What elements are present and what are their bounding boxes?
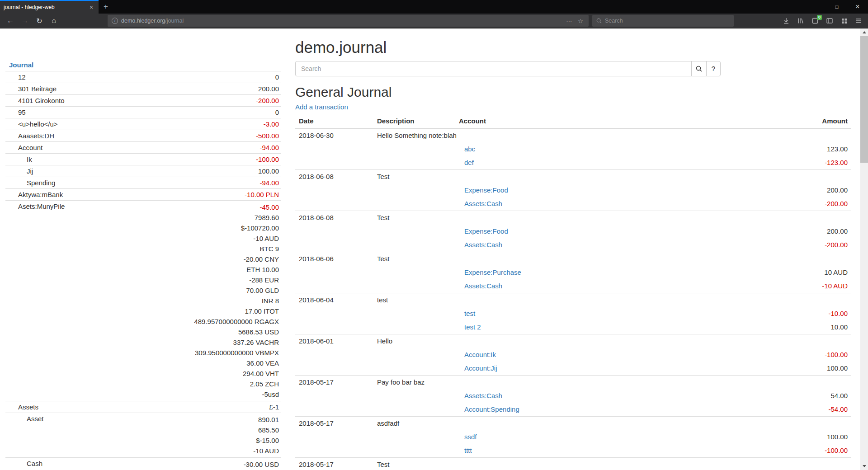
minimize-button[interactable]: ─ xyxy=(806,0,826,14)
sidebar-account-row: 950 xyxy=(5,107,281,118)
sidebar-account-link[interactable]: Jij xyxy=(27,167,33,175)
sidebar-toggle-button[interactable] xyxy=(824,15,835,27)
sidebar-amount: 309.950000000000 VBMPX xyxy=(119,348,279,358)
downloads-button[interactable] xyxy=(780,15,792,27)
posting-account-link[interactable]: tttt xyxy=(464,446,472,454)
search-input[interactable] xyxy=(295,61,692,76)
scroll-down-button[interactable] xyxy=(860,462,868,470)
posting-account-link[interactable]: Expense:Purchase xyxy=(464,268,521,276)
transaction-row: 2018-05-17asdfadf xyxy=(295,416,851,430)
posting-account-link[interactable]: def xyxy=(464,159,474,166)
posting-account-link[interactable]: Expense:Food xyxy=(464,227,508,235)
sidebar-amount: -30.00 USD xyxy=(119,459,279,470)
site-info-icon[interactable]: i xyxy=(112,18,118,24)
transaction-description: Test xyxy=(373,457,851,470)
posting-account-link[interactable]: abc xyxy=(464,145,475,153)
arrow-up-icon xyxy=(863,31,866,33)
library-icon xyxy=(797,18,804,24)
url-bar[interactable]: i demo.hledger.org/journal ⋯ ☆ xyxy=(108,15,589,27)
browser-toolbar: ← → ↻ ⌂ i demo.hledger.org/journal ⋯ ☆ S… xyxy=(0,14,868,28)
download-icon xyxy=(783,18,789,24)
posting-account-link[interactable]: Assets:Cash xyxy=(464,392,502,400)
posting-account-link[interactable]: Account:Jij xyxy=(464,364,497,372)
sidebar-icon xyxy=(826,18,833,24)
transaction-description: Hello xyxy=(373,334,851,348)
sidebar-account-link[interactable]: Cash xyxy=(27,460,42,467)
journal-header-row: Date Description Account Amount xyxy=(295,114,851,128)
tab-bar: journal - hledger-web × + ─ □ × xyxy=(0,0,868,14)
apps-button[interactable] xyxy=(838,15,850,27)
sidebar-account-link[interactable]: Account xyxy=(18,144,42,151)
window-close-button[interactable]: × xyxy=(847,0,868,14)
journal-search-form: ? xyxy=(295,61,721,76)
sidebar-amount: -10.00 PLN xyxy=(119,190,279,199)
posting-account-link[interactable]: test 2 xyxy=(464,323,481,331)
posting-amount: 200.00 xyxy=(716,183,851,197)
transaction-description: Test xyxy=(373,252,851,266)
posting-account-link[interactable]: Assets:Cash xyxy=(464,241,502,249)
posting-account-link[interactable]: Assets:Cash xyxy=(464,282,502,290)
transaction-row: 2018-06-01Hello xyxy=(295,334,851,348)
sidebar-account-link[interactable]: Aaasets:DH xyxy=(18,132,54,140)
section-heading: General Journal xyxy=(295,85,851,99)
page-scrollbar[interactable] xyxy=(860,28,868,470)
sidebar-amount: 0 xyxy=(119,108,279,117)
journal-table: Date Description Account Amount 2018-06-… xyxy=(295,114,851,470)
posting-account-link[interactable]: Assets:Cash xyxy=(464,200,502,207)
sidebar-account-link[interactable]: Aktywa:mBank xyxy=(18,191,63,198)
menu-button[interactable] xyxy=(853,15,864,27)
sidebar-account-link[interactable]: 95 xyxy=(18,108,26,116)
forward-button[interactable]: → xyxy=(18,15,32,27)
search-submit-button[interactable] xyxy=(691,61,707,76)
add-transaction-link[interactable]: Add a transaction xyxy=(295,103,348,111)
sidebar-account-link[interactable]: Asets:MunyPile xyxy=(18,202,65,210)
posting-account-link[interactable]: Account:Spending xyxy=(464,405,519,413)
posting-row: ssdf100.00 xyxy=(295,430,851,444)
posting-account-link[interactable]: Expense:Food xyxy=(464,186,508,194)
transaction-row: 2018-05-17Pay foo bar baz xyxy=(295,375,851,389)
transaction-date: 2018-05-17 xyxy=(295,416,373,430)
posting-account-link[interactable]: test xyxy=(464,310,475,317)
new-tab-button[interactable]: + xyxy=(99,0,113,14)
reload-button[interactable]: ↻ xyxy=(33,15,46,27)
page-actions-icon[interactable]: ⋯ xyxy=(565,18,573,24)
library-button[interactable] xyxy=(795,15,807,27)
sidebar-account-link[interactable]: 4101 Girokonto xyxy=(18,97,65,104)
sidebar-account-link[interactable]: Asset xyxy=(27,415,44,423)
sidebar-account-link[interactable]: 301 Beiträge xyxy=(18,85,57,93)
posting-amount: -10 AUD xyxy=(716,279,851,293)
help-button[interactable]: ? xyxy=(706,61,721,76)
scrollbar-thumb[interactable] xyxy=(860,36,868,163)
posting-account-link[interactable]: Account:Ik xyxy=(464,351,496,358)
sidebar-account-row: Aktywa:mBank-10.00 PLN xyxy=(5,189,281,201)
maximize-button[interactable]: □ xyxy=(826,0,847,14)
sidebar-amount: 70.00 GLD xyxy=(119,285,279,296)
posting-row: Assets:Cash54.00 xyxy=(295,389,851,403)
main-content: demo.journal ? General Journal Add a tra… xyxy=(295,28,851,470)
bookmark-star-icon[interactable]: ☆ xyxy=(576,18,585,24)
sidebar-account-link[interactable]: Ik xyxy=(27,155,32,163)
sidebar-journal-link[interactable]: Journal xyxy=(9,61,33,69)
extension-button[interactable]: 0 xyxy=(809,15,821,27)
sidebar-amount: 100.00 xyxy=(119,167,279,175)
sidebar-account-link[interactable]: <u>hello</u> xyxy=(18,120,58,128)
posting-row: test 210.00 xyxy=(295,320,851,334)
sidebar-account-row: 301 Beiträge200.00 xyxy=(5,83,281,95)
toolbar-icons: 0 xyxy=(780,15,864,27)
posting-account-link[interactable]: ssdf xyxy=(464,433,477,441)
sidebar-account-row: 4101 Girokonto-200.00 xyxy=(5,95,281,107)
back-button[interactable]: ← xyxy=(4,15,17,27)
sidebar-account-row: Account-94.00 xyxy=(5,142,281,154)
home-button[interactable]: ⌂ xyxy=(47,15,61,27)
sidebar-account-link[interactable]: 12 xyxy=(18,73,26,81)
tab-close-icon[interactable]: × xyxy=(88,4,95,11)
transaction-description: Pay foo bar baz xyxy=(373,375,851,389)
column-header-date: Date xyxy=(295,114,373,128)
sidebar-amount: $-15.00 xyxy=(119,435,279,446)
sidebar-account-link[interactable]: Assets xyxy=(18,403,38,411)
browser-tab[interactable]: journal - hledger-web × xyxy=(0,0,99,14)
sidebar-amount: 17.00 ITOT xyxy=(119,306,279,316)
sidebar-account-link[interactable]: Spending xyxy=(27,179,55,187)
scroll-up-button[interactable] xyxy=(860,28,868,36)
toolbar-search[interactable]: Search xyxy=(592,15,734,27)
